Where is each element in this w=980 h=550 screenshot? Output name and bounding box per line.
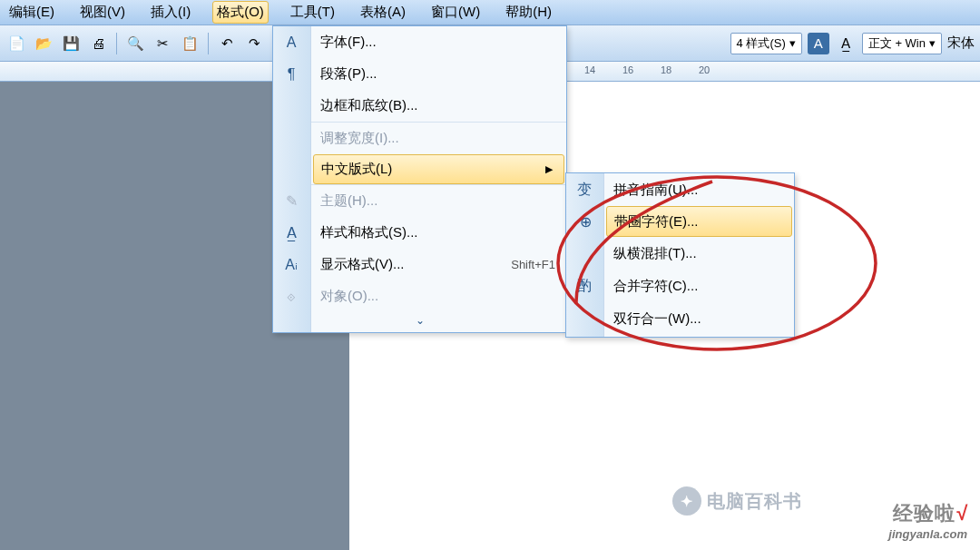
submenu-arrow-icon: ▶ (545, 163, 553, 175)
new-doc-icon[interactable]: 📄 (5, 33, 27, 54)
paragraph-icon: ¶ (280, 66, 302, 83)
submenu-item-label: 纵横混排(T)... (613, 245, 697, 262)
wechat-watermark: ✦ 电脑百科书 (672, 486, 802, 516)
menu-format[interactable]: 格式(O) (212, 1, 269, 24)
style-label: 4 样式(S) (737, 35, 786, 52)
ruler-tick: 18 (661, 64, 671, 75)
menu-item-label: 主题(H)... (320, 192, 377, 210)
combine-icon: 酌 (573, 277, 595, 296)
style-dropdown[interactable]: 4 样式(S)▾ (730, 33, 802, 54)
chevron-down-icon: ▾ (789, 36, 796, 50)
format-a-icon[interactable]: A (808, 33, 829, 54)
font-dropdown[interactable]: 正文 + Win▾ (862, 33, 942, 54)
menubar: 编辑(E) 视图(V) 插入(I) 格式(O) 工具(T) 表格(A) 窗口(W… (0, 0, 980, 25)
brand-url: jingyanla.com (888, 527, 967, 541)
ruler-tick: 14 (584, 64, 595, 75)
menu-item-label: 中文版式(L) (321, 161, 392, 178)
undo-icon[interactable]: ↶ (216, 33, 238, 54)
toolbar-separator (116, 33, 117, 54)
menu-item-theme: ✎主题(H)... (273, 185, 566, 217)
chevron-down-icon: ▾ (929, 36, 936, 50)
search-icon[interactable]: 🔍 (124, 33, 146, 54)
brand-watermark: 经验啦√ jingyanla.com (888, 500, 967, 541)
menu-window[interactable]: 窗口(W) (427, 2, 484, 23)
menu-item-borders[interactable]: 边框和底纹(B)... (273, 90, 566, 122)
menu-item-label: 字体(F)... (320, 34, 377, 51)
open-icon[interactable]: 📂 (33, 33, 54, 54)
menu-item-styles[interactable]: A̲样式和格式(S)... (273, 217, 566, 249)
reveal-icon: Aᵢ (280, 256, 302, 273)
menu-item-label: 显示格式(V)... (320, 256, 405, 273)
styles-icon: A̲ (280, 224, 302, 241)
menu-item-object: ⟐对象(O)... (273, 280, 566, 312)
menu-item-reveal-format[interactable]: Aᵢ显示格式(V)...Shift+F1 (273, 249, 566, 280)
expand-menu-icon[interactable]: ⌄ (409, 314, 431, 329)
object-icon: ⟐ (280, 289, 302, 305)
hotkey-label: Shift+F1 (511, 258, 555, 271)
theme-icon: ✎ (280, 192, 302, 210)
menu-item-label: 调整宽度(I)... (320, 130, 399, 147)
cut-icon[interactable]: ✂ (152, 33, 173, 54)
ruler-tick: 16 (622, 64, 633, 75)
brand-text: 经验啦√ (888, 500, 967, 527)
brand-check-icon: √ (956, 502, 967, 525)
menu-item-paragraph[interactable]: ¶段落(P)... (273, 58, 566, 90)
wechat-label: 电脑百科书 (707, 489, 802, 514)
font-label: 正文 + Win (868, 35, 926, 52)
toolbar-separator (208, 33, 209, 54)
menu-item-label: 样式和格式(S)... (320, 224, 418, 241)
font-name-label: 宋体 (947, 34, 975, 52)
menu-insert[interactable]: 插入(I) (147, 2, 194, 23)
submenu-item-phonetic-guide[interactable]: 变拼音指南(U)... (566, 173, 794, 206)
menu-help[interactable]: 帮助(H) (502, 2, 555, 23)
menu-tools[interactable]: 工具(T) (287, 2, 338, 23)
ruler-tick: 20 (699, 64, 710, 75)
chinese-layout-submenu: 变拼音指南(U)... ⊕带圈字符(E)... 纵横混排(T)... 酌合并字符… (565, 172, 795, 338)
font-a-icon: A (280, 34, 302, 51)
menu-item-label: 段落(P)... (320, 65, 377, 83)
save-icon[interactable]: 💾 (60, 33, 82, 54)
menu-item-adjust-width: 调整宽度(I)... (273, 123, 566, 154)
menu-item-label: 边框和底纹(B)... (320, 97, 418, 114)
enclose-icon: ⊕ (574, 213, 596, 231)
submenu-item-enclose-chars[interactable]: ⊕带圈字符(E)... (606, 206, 792, 237)
submenu-item-label: 拼音指南(U)... (613, 182, 698, 199)
font-color-icon[interactable]: A̲ (835, 33, 857, 54)
wechat-icon: ✦ (672, 486, 701, 516)
format-dropdown: A字体(F)... ¶段落(P)... 边框和底纹(B)... 调整宽度(I).… (272, 25, 567, 333)
submenu-item-label: 带圈字符(E)... (614, 213, 699, 231)
submenu-item-label: 合并字符(C)... (613, 278, 698, 295)
submenu-item-two-lines[interactable]: 双行合一(W)... (566, 302, 794, 335)
submenu-item-horizontal-vertical[interactable]: 纵横混排(T)... (566, 237, 794, 270)
menu-item-font[interactable]: A字体(F)... (273, 26, 566, 58)
submenu-item-combine-chars[interactable]: 酌合并字符(C)... (566, 270, 794, 302)
menu-table[interactable]: 表格(A) (357, 2, 409, 23)
print-icon[interactable]: 🖨 (87, 33, 109, 54)
menu-item-chinese-layout[interactable]: 中文版式(L)▶ (313, 154, 564, 184)
menu-item-label: 对象(O)... (320, 288, 378, 305)
submenu-item-label: 双行合一(W)... (613, 310, 701, 328)
redo-icon[interactable]: ↷ (243, 33, 265, 54)
menu-view[interactable]: 视图(V) (76, 2, 129, 23)
phonetic-icon: 变 (573, 181, 595, 200)
paste-icon[interactable]: 📋 (179, 33, 201, 54)
menu-edit[interactable]: 编辑(E) (5, 2, 58, 23)
